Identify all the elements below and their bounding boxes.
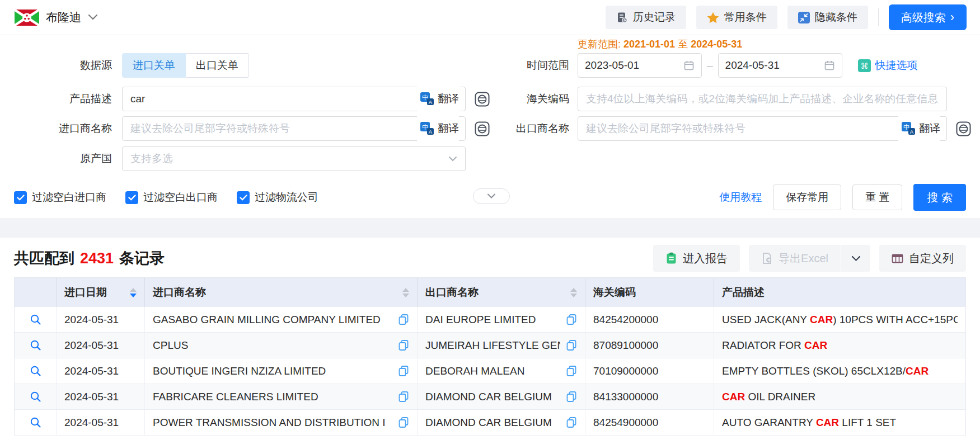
magnifier-icon[interactable]	[30, 365, 41, 377]
translate-icon: 中 A	[902, 122, 915, 135]
exporter-input[interactable]	[578, 116, 947, 141]
row-exporter-name: DEBORAH MALEAN	[418, 358, 585, 384]
star-icon	[707, 12, 719, 23]
magnifier-icon[interactable]	[30, 391, 41, 403]
copy-icon[interactable]	[392, 314, 409, 325]
circle-lines-icon	[956, 121, 971, 136]
history-icon	[616, 12, 628, 23]
table-body: 2024-05-31 GASABO GRAIN MILLING COMPANY …	[15, 307, 965, 436]
magnifier-icon[interactable]	[30, 339, 41, 351]
date-to-input[interactable]: 2024-05-31	[718, 53, 842, 78]
top-actions: 历史记录 常用条件 隐藏条件 高级搜索 ›	[606, 4, 967, 30]
filter-logistics-checkbox[interactable]: 过滤物流公司	[237, 190, 318, 205]
update-range-label: 更新范围:	[578, 39, 621, 50]
row-import-date: 2024-05-31	[57, 358, 145, 384]
country-selector[interactable]: 布隆迪	[15, 10, 98, 26]
copy-icon[interactable]	[560, 417, 577, 428]
table-row: 2024-05-31 BOUTIQUE INGERI NZIZA LIMITED…	[15, 358, 965, 384]
magnifier-icon[interactable]	[30, 314, 41, 325]
sort-control-exporter[interactable]	[570, 288, 577, 297]
search-form: 更新范围: 2021-01-01 至 2024-05-31 数据源 进口关单 出…	[0, 35, 980, 218]
row-hs-code: 70109000000	[585, 358, 714, 384]
exporter-label: 出口商名称	[476, 116, 569, 141]
tab-import-declarations[interactable]: 进口关单	[122, 53, 186, 78]
copy-icon[interactable]	[560, 314, 577, 325]
row-product-desc: AUTO GARANTRY CAR LIFT 1 SET	[714, 410, 965, 435]
update-range-to: 2024-05-31	[691, 39, 742, 50]
shortcut-icon: ⌘	[858, 59, 871, 72]
product-desc-input[interactable]	[122, 87, 466, 111]
header-import-date: 进口日期	[57, 278, 145, 307]
results-table: 进口日期 进口商名称 出口商名称 海关编码 产品描述	[14, 277, 966, 436]
row-exporter-name: DIAMOND CAR BELGIUM	[418, 384, 585, 409]
advanced-search-button[interactable]: 高级搜索 ›	[889, 4, 967, 30]
export-excel-button[interactable]: 导出Excel	[749, 245, 841, 272]
product-desc-label: 产品描述	[0, 87, 112, 111]
copy-icon[interactable]	[560, 339, 577, 351]
origin-country-select[interactable]: 支持多选	[122, 146, 466, 171]
update-range: 更新范围: 2021-01-01 至 2024-05-31	[578, 37, 742, 51]
table-row: 2024-05-31 CPLUS JUMEIRAH LIFESTYLE GENE…	[15, 333, 965, 358]
row-importer-name: FABRICARE CLEANERS LIMITED	[145, 384, 418, 409]
favorites-button[interactable]: 常用条件	[696, 6, 777, 29]
row-detail-cell	[15, 358, 57, 384]
hide-conditions-button[interactable]: 隐藏条件	[787, 6, 868, 29]
search-button[interactable]: 搜 索	[913, 184, 966, 211]
checkbox-checked-icon	[237, 191, 250, 204]
table-row: 2024-05-31 POWER TRANSMISSION AND DISTRI…	[15, 410, 965, 436]
copy-icon[interactable]	[560, 391, 577, 403]
row-product-desc: RADIATOR FOR CAR	[714, 333, 965, 358]
svg-text:⌘: ⌘	[860, 61, 868, 70]
country-name: 布隆迪	[46, 10, 81, 25]
synonym-expand-button[interactable]	[955, 120, 972, 137]
copy-icon[interactable]	[392, 365, 409, 377]
header-search-col	[15, 278, 57, 307]
data-source-label: 数据源	[0, 53, 112, 78]
date-from-input[interactable]: 2023-05-01	[578, 53, 702, 78]
tutorial-link[interactable]: 使用教程	[719, 190, 762, 205]
copy-icon[interactable]	[392, 391, 409, 403]
sort-control-importer[interactable]	[402, 288, 409, 297]
custom-columns-button[interactable]: 自定义列	[879, 245, 966, 272]
checkbox-checked-icon	[125, 191, 138, 204]
export-excel-group: 导出Excel	[749, 245, 870, 272]
row-importer-name: CPLUS	[145, 333, 418, 358]
time-range-label: 时间范围	[476, 53, 569, 78]
tab-export-declarations[interactable]: 出口关单	[186, 53, 249, 78]
row-import-date: 2024-05-31	[57, 333, 145, 358]
enter-report-button[interactable]: 进入报告	[653, 245, 740, 272]
filter-blank-exporter-checkbox[interactable]: 过滤空白出口商	[125, 190, 218, 205]
row-product-desc: USED JACK(ANY CAR) 10PCS WITH ACC+15PCS …	[714, 307, 965, 332]
collapse-form-button[interactable]	[473, 188, 510, 204]
copy-icon[interactable]	[392, 339, 409, 351]
save-favorite-button[interactable]: 保存常用	[773, 184, 841, 210]
copy-icon[interactable]	[392, 417, 409, 428]
quick-options[interactable]: ⌘ 快捷选项	[858, 58, 918, 73]
row-product-desc: CAR OIL DRAINER	[714, 384, 965, 409]
history-button[interactable]: 历史记录	[606, 6, 686, 29]
hs-code-input[interactable]	[578, 87, 947, 111]
reset-button[interactable]: 重 置	[852, 184, 902, 210]
filter-blank-importer-checkbox[interactable]: 过滤空白进口商	[14, 190, 106, 205]
export-options-caret[interactable]	[841, 245, 870, 272]
row-exporter-name: DAI EUROPE LIMITED	[418, 307, 585, 332]
translate-button[interactable]: 中 A 翻译	[417, 116, 459, 141]
svg-text:A: A	[910, 129, 914, 135]
copy-icon[interactable]	[560, 365, 577, 377]
header-hs-code: 海关编码	[585, 278, 714, 307]
row-import-date: 2024-05-31	[57, 410, 145, 435]
header-importer-name: 进口商名称	[145, 278, 418, 307]
translate-button[interactable]: 中 A 翻译	[417, 87, 459, 111]
magnifier-icon[interactable]	[30, 417, 41, 428]
update-range-from: 2021-01-01	[623, 39, 675, 50]
row-exporter-name: DIAMOND CAR BELGIUM	[418, 410, 585, 435]
sort-control-import-date[interactable]	[130, 288, 137, 297]
divider	[878, 8, 879, 26]
form-actions: 使用教程 保存常用 重 置 搜 索	[719, 184, 966, 210]
burundi-flag-icon	[15, 10, 39, 26]
row-hs-code: 87089100000	[585, 333, 714, 358]
chevron-down-icon	[88, 14, 98, 21]
table-row: 2024-05-31 FABRICARE CLEANERS LIMITED DI…	[15, 384, 965, 410]
importer-input[interactable]	[122, 116, 466, 141]
translate-button[interactable]: 中 A 翻译	[898, 116, 940, 141]
